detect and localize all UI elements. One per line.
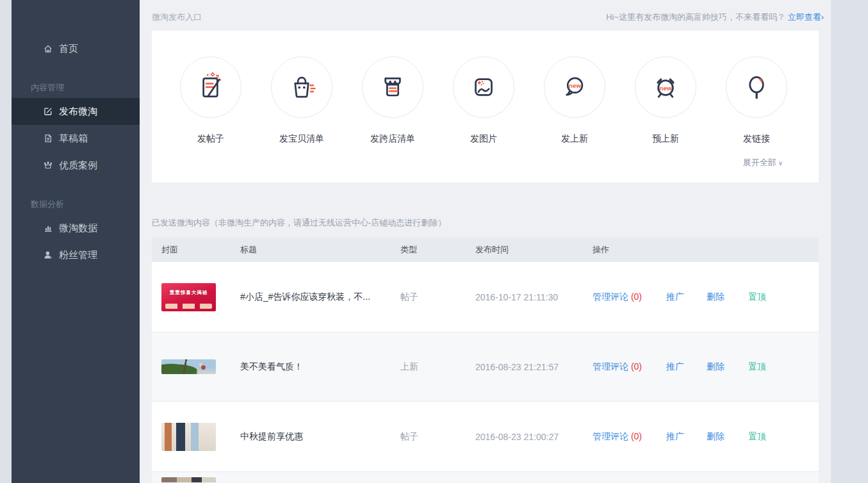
entry-list: 发帖子 发宝贝清单: [152, 31, 819, 145]
sidebar-item-label: 草稿箱: [59, 133, 88, 145]
col-cover: 封面: [161, 244, 240, 256]
expand-all-label: 展开全部: [743, 158, 776, 167]
pin-top-link[interactable]: 置顶: [748, 431, 766, 441]
edit-square-icon: [42, 106, 53, 117]
tip-banner: Hi~这里有发布微淘的高富帅技巧，不来看看吗？ 立即查看›: [606, 12, 824, 23]
entry-image[interactable]: 发图片: [453, 56, 514, 145]
page-title: 微淘发布入口: [152, 12, 202, 23]
sent-section-title: 已发送微淘内容（非微淘生产的内容，请通过无线运营中心-店铺动态进行删除）: [152, 217, 831, 229]
sidebar-section-data: 数据分析: [12, 198, 140, 211]
row-type: 帖子: [400, 431, 475, 443]
row-title: #小店_#告诉你应该穿秋装，不...: [240, 291, 400, 303]
entry-new-arrival[interactable]: new 发上新: [544, 56, 605, 145]
col-type: 类型: [400, 244, 475, 256]
cover-banner-text: 重重惊喜大揭秘: [165, 288, 211, 295]
table-header: 封面 标题 类型 发布时间 操作: [152, 238, 819, 262]
row-type: 上新: [400, 361, 475, 373]
comment-count: (0): [631, 431, 642, 441]
sidebar-item-fans[interactable]: 粉丝管理: [12, 242, 140, 268]
comment-count: (0): [631, 291, 642, 302]
entry-label: 发图片: [453, 133, 514, 145]
sidebar-item-label: 首页: [59, 43, 78, 55]
promote-link[interactable]: 推广: [666, 361, 684, 372]
table-row: 中秋提前享优惠 帖子 2016-08-23 21:00:27 管理评论 (0) …: [152, 402, 819, 471]
promote-link[interactable]: 推广: [666, 431, 684, 441]
sidebar-item-cases[interactable]: 优质案例: [12, 152, 140, 179]
app-root: 首页 内容管理 发布微淘: [0, 0, 868, 483]
crown-icon: [42, 160, 53, 171]
expand-all-button[interactable]: 展开全部∨: [743, 157, 783, 168]
sidebar-nav: 首页 内容管理 发布微淘: [12, 0, 140, 268]
sidebar-item-label: 微淘数据: [59, 222, 97, 234]
cover-thumbnail: [161, 423, 216, 451]
row-time: 2016-08-23 21:00:27: [475, 432, 593, 442]
sidebar-item-label: 优质案例: [59, 160, 97, 172]
balloon-icon: [726, 56, 787, 118]
entry-link[interactable]: 发链接: [726, 56, 787, 145]
new-badge-text: new: [660, 85, 672, 92]
sidebar-item-drafts[interactable]: 草稿箱: [12, 125, 140, 152]
sidebar-section-content: 内容管理: [12, 81, 140, 94]
cover-thumbnail: [161, 477, 216, 482]
pin-top-link[interactable]: 置顶: [748, 361, 766, 372]
sidebar: 首页 内容管理 发布微淘: [12, 0, 140, 483]
user-icon: [42, 250, 53, 261]
image-icon: [453, 56, 514, 118]
row-title: 美不美看气质！: [240, 361, 400, 373]
publish-entry-card: 发帖子 发宝贝清单: [152, 31, 819, 183]
row-title: 中秋提前享优惠: [240, 431, 400, 443]
entry-item-list[interactable]: 发宝贝清单: [271, 56, 332, 145]
sidebar-item-label: 发布微淘: [59, 106, 97, 118]
sidebar-item-publish[interactable]: 发布微淘: [12, 98, 140, 125]
table-row: [152, 471, 819, 482]
cover-thumbnail: [161, 359, 216, 374]
row-type: 帖子: [400, 291, 475, 303]
col-title: 标题: [240, 244, 400, 256]
bar-chart-icon: [42, 223, 53, 234]
entry-pre-new[interactable]: new 预上新: [635, 56, 696, 145]
alarm-new-icon: new: [635, 56, 696, 118]
chevron-right-icon: ›: [821, 12, 824, 22]
entry-label: 预上新: [635, 133, 696, 145]
sidebar-item-weitao-data[interactable]: 微淘数据: [12, 215, 140, 242]
col-ops: 操作: [593, 244, 819, 256]
table-row: 重重惊喜大揭秘 #小店_#告诉你应该穿秋装，不... 帖子 2016-10-17…: [152, 262, 819, 332]
table-row: 美不美看气质！ 上新 2016-08-23 21:21:57 管理评论 (0) …: [152, 332, 819, 402]
chevron-down-icon: ∨: [778, 160, 783, 167]
bag-icon: [271, 56, 332, 118]
entry-label: 发宝贝清单: [271, 133, 332, 145]
promote-link[interactable]: 推广: [666, 291, 684, 302]
home-icon: [42, 44, 53, 54]
bubble-new-icon: new: [544, 56, 605, 118]
pin-top-link[interactable]: 置顶: [748, 291, 766, 302]
tip-text: Hi~这里有发布微淘的高富帅技巧，不来看看吗？: [606, 12, 787, 22]
topbar: 微淘发布入口 Hi~这里有发布微淘的高富帅技巧，不来看看吗？ 立即查看›: [140, 0, 831, 31]
view-now-link[interactable]: 立即查看: [788, 12, 821, 22]
new-badge-text: new: [569, 82, 581, 89]
sidebar-item-home[interactable]: 首页: [12, 35, 140, 62]
row-time: 2016-08-23 21:21:57: [475, 362, 593, 372]
main-content: 微淘发布入口 Hi~这里有发布微淘的高富帅技巧，不来看看吗？ 立即查看›: [140, 0, 831, 483]
delete-link[interactable]: 删除: [707, 361, 725, 372]
post-icon: [180, 56, 242, 118]
col-time: 发布时间: [475, 244, 593, 256]
delete-link[interactable]: 删除: [707, 431, 725, 441]
row-time: 2016-10-17 21:11:30: [475, 292, 593, 302]
comment-count: (0): [631, 361, 642, 372]
cover-thumbnail: 重重惊喜大揭秘: [161, 283, 216, 311]
sent-table: 封面 标题 类型 发布时间 操作 重重惊喜大揭秘 #小店_#告诉你应该穿秋装，不…: [152, 238, 819, 482]
storefront-icon: [362, 56, 423, 118]
sidebar-item-label: 粉丝管理: [59, 249, 97, 261]
entry-post[interactable]: 发帖子: [180, 56, 242, 145]
entry-label: 发上新: [544, 133, 605, 145]
manage-comments-link[interactable]: 管理评论: [593, 291, 628, 302]
entry-cross-store-list[interactable]: 发跨店清单: [362, 56, 423, 145]
manage-comments-link[interactable]: 管理评论: [593, 361, 628, 372]
document-icon: [42, 133, 53, 144]
manage-comments-link[interactable]: 管理评论: [593, 431, 628, 441]
entry-label: 发跨店清单: [362, 133, 423, 145]
delete-link[interactable]: 删除: [707, 291, 725, 302]
entry-label: 发链接: [726, 133, 787, 145]
entry-label: 发帖子: [180, 133, 242, 145]
